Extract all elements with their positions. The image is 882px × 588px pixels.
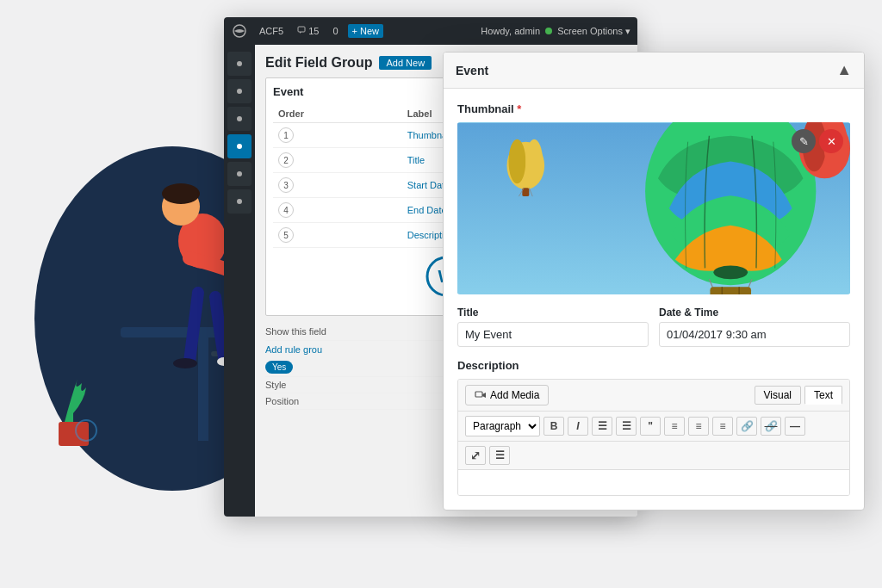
acf-panel-title: Event [456, 64, 488, 77]
new-topbar-item[interactable]: + New [348, 24, 384, 38]
title-input[interactable] [457, 322, 649, 347]
style-label: Style [265, 380, 286, 390]
admin-online-dot [545, 28, 552, 34]
order-circle-1: 1 [278, 127, 294, 143]
sidebar-icon-5[interactable] [227, 162, 252, 186]
datetime-field-group: Date & Time [659, 306, 850, 347]
add-media-icon [475, 389, 487, 401]
add-media-label: Add Media [490, 389, 539, 401]
add-media-button[interactable]: Add Media [465, 385, 549, 405]
order-circle-4: 4 [278, 202, 294, 218]
thumbnail-image-container: ✎ ✕ [457, 122, 850, 294]
wordpress-icon [233, 24, 246, 38]
field-link-enddate[interactable]: End Date [407, 205, 447, 215]
editor-tabs: Visual Text [755, 386, 842, 405]
field-link-title[interactable]: Title [407, 155, 425, 165]
datetime-input[interactable] [659, 322, 850, 347]
thumbnail-remove-btn[interactable]: ✕ [819, 129, 843, 153]
svg-rect-2 [198, 337, 208, 441]
fullscreen-button[interactable]: ⤢ [465, 446, 486, 465]
more-button[interactable]: — [785, 417, 805, 436]
svg-point-22 [525, 139, 543, 184]
italic-button[interactable]: I [568, 417, 588, 436]
editor-row1: Add Media Visual Text [458, 380, 849, 412]
page-title-text: Edit Field Group [265, 55, 372, 71]
thumbnail-actions: ✎ ✕ [792, 129, 843, 153]
bold-button[interactable]: B [543, 417, 564, 436]
add-rule-label[interactable]: Add rule grou [265, 344, 322, 355]
yes-badge[interactable]: Yes [265, 361, 293, 374]
thumbnail-required: * [517, 102, 521, 115]
svg-point-27 [713, 265, 748, 279]
comment-icon [297, 26, 306, 34]
align-left-button[interactable]: ≡ [664, 417, 685, 436]
text-tab[interactable]: Text [804, 386, 842, 405]
order-circle-3: 3 [278, 177, 294, 193]
sidebar-icon-3[interactable] [227, 107, 252, 131]
sidebar-icon-4-active[interactable] [227, 134, 252, 158]
title-field-label: Title [457, 306, 649, 319]
wp-logo [231, 22, 248, 40]
svg-point-21 [508, 139, 525, 184]
wp-sidebar [224, 45, 255, 517]
wp-topbar: ACF5 15 0 + New Howdy, admin Screen Opti… [224, 17, 637, 45]
link-button[interactable]: 🔗 [736, 417, 757, 436]
acf-panel-header: Event ▲ [444, 53, 864, 89]
datetime-field-label: Date & Time [659, 306, 850, 319]
user-topbar-item: 0 [328, 24, 342, 38]
order-circle-5: 5 [278, 227, 294, 243]
comments-topbar-item: 15 [293, 24, 323, 38]
col-order-header: Order [273, 105, 402, 123]
svg-rect-30 [710, 287, 751, 294]
acf-topbar-item: ACF5 [255, 24, 288, 38]
description-label: Description [457, 359, 850, 372]
unlink-button[interactable]: 🔗 [761, 417, 781, 436]
show-field-label: Show this field [265, 326, 326, 337]
ul-button[interactable]: ☰ [592, 417, 612, 436]
sidebar-icon-2[interactable] [227, 79, 252, 103]
editor-content-area[interactable] [458, 469, 849, 495]
acf-event-panel: Event ▲ Thumbnail * [443, 52, 865, 511]
acf-panel-body: Thumbnail * [444, 89, 864, 510]
topbar-items: ACF5 15 0 + New [255, 24, 383, 38]
svg-rect-12 [59, 422, 89, 446]
add-new-button[interactable]: Add New [379, 56, 432, 70]
align-right-button[interactable]: ≡ [712, 417, 733, 436]
paragraph-select[interactable]: Paragraph [465, 416, 540, 436]
editor-row2: Paragraph B I ☰ ☰ " ≡ ≡ ≡ 🔗 🔗 — [458, 412, 849, 442]
svg-rect-16 [298, 27, 305, 32]
svg-point-6 [162, 183, 200, 204]
sidebar-icon-6[interactable] [227, 189, 252, 214]
screen-options-btn[interactable]: Screen Options ▾ [557, 26, 630, 37]
title-field-group: Title [457, 306, 649, 347]
thumbnail-edit-btn[interactable]: ✎ [792, 129, 816, 153]
editor-row3: ⤢ ☰ [458, 442, 849, 469]
thumbnail-field-label: Thumbnail * [457, 102, 850, 115]
acf-editor-toolbar: Add Media Visual Text Paragraph B I ☰ ☰ … [457, 379, 850, 496]
acf-panel-toggle-btn[interactable]: ▲ [836, 61, 852, 79]
svg-point-10 [173, 358, 197, 368]
order-circle-2: 2 [278, 152, 294, 168]
position-label: Position [265, 396, 299, 406]
kitchen-sink-button[interactable]: ☰ [489, 446, 510, 465]
sidebar-icon-1[interactable] [227, 52, 252, 76]
svg-rect-36 [475, 392, 482, 397]
howdy-text: Howdy, admin [481, 26, 540, 36]
quote-button[interactable]: " [640, 417, 661, 436]
acf-two-col-fields: Title Date & Time [457, 306, 850, 347]
topbar-right: Howdy, admin Screen Options ▾ [481, 26, 630, 37]
visual-tab[interactable]: Visual [755, 386, 801, 405]
align-center-button[interactable]: ≡ [688, 417, 709, 436]
ol-button[interactable]: ☰ [616, 417, 637, 436]
